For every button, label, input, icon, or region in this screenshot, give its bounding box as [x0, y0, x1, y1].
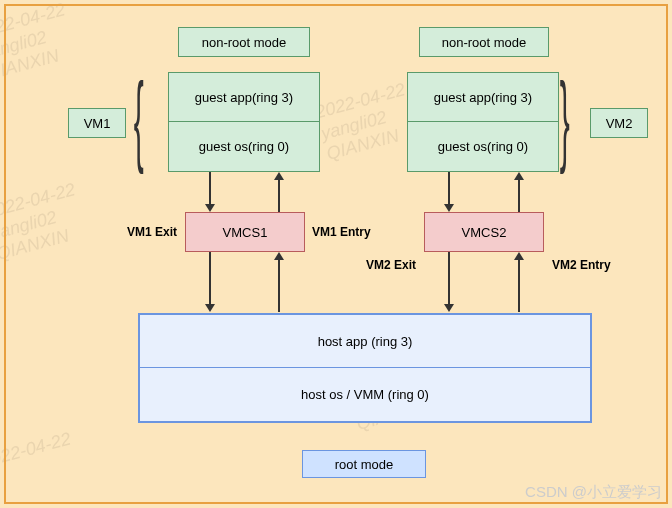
host-stack: host app (ring 3) host os / VMM (ring 0): [138, 313, 592, 423]
vm1-mode-label: non-root mode: [178, 27, 310, 57]
vmcs2: VMCS2: [424, 212, 544, 252]
vm2-guest-stack: guest app(ring 3) guest os(ring 0): [407, 72, 559, 172]
host-os: host os / VMM (ring 0): [140, 368, 590, 421]
vm1-exit-label: VM1 Exit: [127, 225, 177, 239]
vmcs1: VMCS1: [185, 212, 305, 252]
vm1-side-label: VM1: [68, 108, 126, 138]
vm2-guest-app: guest app(ring 3): [408, 73, 558, 122]
host-app: host app (ring 3): [140, 315, 590, 368]
root-mode-label: root mode: [302, 450, 426, 478]
vm1-guest-app: guest app(ring 3): [169, 73, 319, 122]
attribution: CSDN @小立爱学习: [525, 483, 662, 502]
vm1-guest-os: guest os(ring 0): [169, 122, 319, 171]
vm2-guest-os: guest os(ring 0): [408, 122, 558, 171]
vm2-entry-label: VM2 Entry: [552, 258, 611, 272]
vm2-exit-label: VM2 Exit: [366, 258, 416, 272]
vm2-side-label: VM2: [590, 108, 648, 138]
vm1-entry-label: VM1 Entry: [312, 225, 371, 239]
vm1-guest-stack: guest app(ring 3) guest os(ring 0): [168, 72, 320, 172]
vm2-mode-label: non-root mode: [419, 27, 549, 57]
brace-right: }: [560, 68, 570, 168]
brace-left: {: [134, 68, 144, 168]
